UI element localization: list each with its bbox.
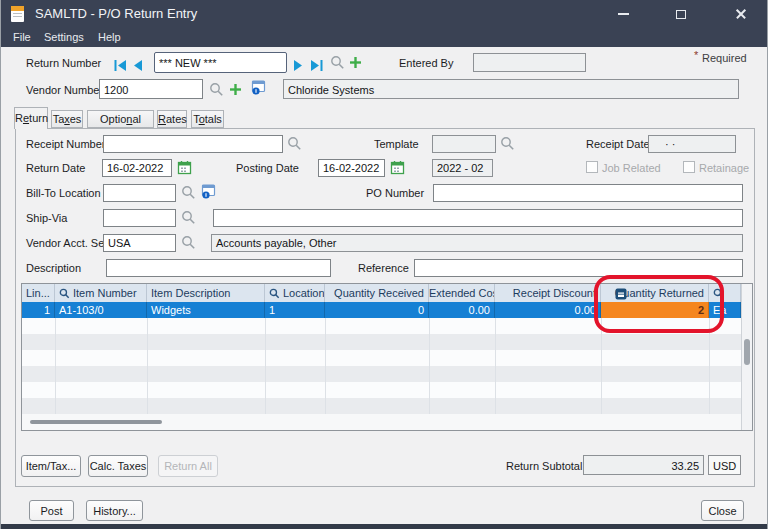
col-header-quantity-returned[interactable]: Quantity Returned xyxy=(601,284,709,302)
vertical-scrollbar-thumb[interactable] xyxy=(744,339,750,365)
vendor-finder-icon[interactable] xyxy=(251,80,266,99)
bill-to-finder-icon[interactable] xyxy=(201,184,216,203)
menubar: File Settings Help xyxy=(1,28,768,47)
cell-quantity-returned[interactable]: 2 xyxy=(601,302,709,318)
posting-date-input[interactable]: 16-02-2022 xyxy=(318,159,385,177)
receipt-date-label: Receipt Date xyxy=(586,138,650,150)
location-search-icon xyxy=(269,286,280,302)
vendor-search-icon[interactable] xyxy=(209,82,224,101)
maximize-button[interactable] xyxy=(664,0,698,28)
quantity-returned-drilldown-icon xyxy=(615,287,627,302)
tab-optional-fields[interactable]: Optional Fields xyxy=(87,110,154,128)
vendor-acct-search-icon[interactable] xyxy=(181,235,196,254)
unit-search-icon xyxy=(713,286,724,302)
close-button[interactable]: Close xyxy=(701,500,744,521)
grid-empty-row xyxy=(22,382,741,398)
bill-to-search-icon[interactable] xyxy=(181,185,196,204)
job-related-label: Job Related xyxy=(602,162,661,174)
ship-via-search-icon[interactable] xyxy=(181,210,196,229)
template-label: Template xyxy=(374,138,419,150)
vendor-name-field: Chloride Systems xyxy=(283,79,739,99)
horizontal-scrollbar[interactable] xyxy=(22,414,741,430)
col-header-unit[interactable] xyxy=(709,284,741,302)
receipt-number-label: Receipt Number xyxy=(26,138,105,150)
app-icon xyxy=(11,6,24,22)
cell-receipt-discount[interactable]: 0.00 xyxy=(495,302,601,318)
titlebar: SAMLTD - P/O Return Entry xyxy=(1,0,768,28)
col-header-extended-cost[interactable]: Extended Cost xyxy=(429,284,495,302)
template-search-icon[interactable] xyxy=(500,136,515,155)
receipt-date-field: · · xyxy=(648,135,736,153)
return-number-input[interactable]: *** NEW *** xyxy=(154,52,287,73)
cell-line[interactable]: 1 xyxy=(22,302,55,318)
history-button[interactable]: History... xyxy=(86,500,143,521)
last-record-icon[interactable] xyxy=(310,57,323,75)
item-tax-button[interactable]: Item/Tax... xyxy=(21,455,81,477)
menu-help[interactable]: Help xyxy=(94,28,125,47)
reference-input[interactable] xyxy=(414,259,743,277)
grid-empty-row xyxy=(22,350,741,366)
template-field xyxy=(432,135,496,153)
return-number-search-icon[interactable] xyxy=(330,55,345,74)
vendor-acct-set-label: Vendor Acct. Set * xyxy=(26,237,115,249)
posting-date-calendar-icon[interactable] xyxy=(390,160,405,179)
retainage-label: Retainage xyxy=(699,162,749,174)
menu-settings[interactable]: Settings xyxy=(40,28,88,47)
cell-unit[interactable]: Ea xyxy=(709,302,741,318)
col-header-receipt-discount[interactable]: Receipt Discount xyxy=(495,284,601,302)
vendor-acct-name-field: Accounts payable, Other xyxy=(211,234,743,252)
return-date-input[interactable]: 16-02-2022 xyxy=(102,159,172,177)
bill-to-location-input[interactable] xyxy=(103,184,176,202)
cell-location[interactable]: 1 xyxy=(265,302,325,318)
col-header-item-description[interactable]: Item Description xyxy=(147,284,265,302)
col-header-quantity-received[interactable]: Quantity Received xyxy=(325,284,429,302)
first-record-icon[interactable] xyxy=(114,57,127,75)
col-header-item-number[interactable]: Item Number xyxy=(55,284,147,302)
tab-taxes[interactable]: Taxes xyxy=(51,110,83,128)
receipt-number-input[interactable] xyxy=(103,135,283,153)
cell-item-description[interactable]: Widgets xyxy=(147,302,265,318)
vendor-acct-set-input[interactable]: USA xyxy=(103,234,176,252)
return-date-label: Return Date xyxy=(26,162,85,174)
horizontal-scrollbar-thumb[interactable] xyxy=(30,420,162,424)
description-input[interactable] xyxy=(106,259,331,277)
return-date-calendar-icon[interactable] xyxy=(177,160,192,179)
calc-taxes-button[interactable]: Calc. Taxes xyxy=(88,455,148,477)
menu-file[interactable]: File xyxy=(9,28,35,47)
post-button[interactable]: Post xyxy=(29,500,74,521)
new-return-add-icon[interactable] xyxy=(349,55,362,73)
po-number-input[interactable] xyxy=(433,184,743,202)
previous-record-icon[interactable] xyxy=(133,57,143,75)
tab-rates[interactable]: Rates xyxy=(157,110,187,128)
vendor-number-input[interactable]: 1200 xyxy=(99,79,203,99)
next-record-icon[interactable] xyxy=(293,57,303,75)
col-header-line[interactable]: Lin... xyxy=(22,284,55,302)
grid-empty-row xyxy=(22,398,741,414)
window-title: SAMLTD - P/O Return Entry xyxy=(35,6,197,21)
close-window-button[interactable] xyxy=(724,0,758,28)
close-icon xyxy=(735,8,747,20)
maximize-icon xyxy=(676,10,686,19)
ship-via-input[interactable] xyxy=(103,209,176,227)
tab-return[interactable]: Return xyxy=(14,107,48,129)
job-related-checkbox xyxy=(586,161,598,173)
entered-by-field xyxy=(473,53,586,72)
receipt-number-search-icon[interactable] xyxy=(287,136,302,155)
cell-quantity-received[interactable]: 0 xyxy=(325,302,429,318)
ship-via-name-input[interactable] xyxy=(213,209,743,227)
vertical-scrollbar[interactable] xyxy=(741,284,752,430)
ship-via-label: Ship-Via xyxy=(26,212,67,224)
vendor-add-icon[interactable] xyxy=(229,82,242,100)
return-all-button: Return All xyxy=(158,455,218,477)
col-header-location[interactable]: Location xyxy=(265,284,325,302)
cell-extended-cost[interactable]: 0.00 xyxy=(429,302,495,318)
required-asterisk: * xyxy=(694,49,698,61)
grid-empty-row xyxy=(22,334,741,350)
reference-label: Reference xyxy=(358,262,409,274)
cell-item-number[interactable]: A1-103/0 xyxy=(55,302,147,318)
required-note: Required xyxy=(702,52,747,64)
tab-totals[interactable]: Totals xyxy=(191,110,224,128)
minimize-button[interactable] xyxy=(606,0,640,28)
po-number-label: PO Number xyxy=(366,187,424,199)
grid-empty-row xyxy=(22,318,741,334)
